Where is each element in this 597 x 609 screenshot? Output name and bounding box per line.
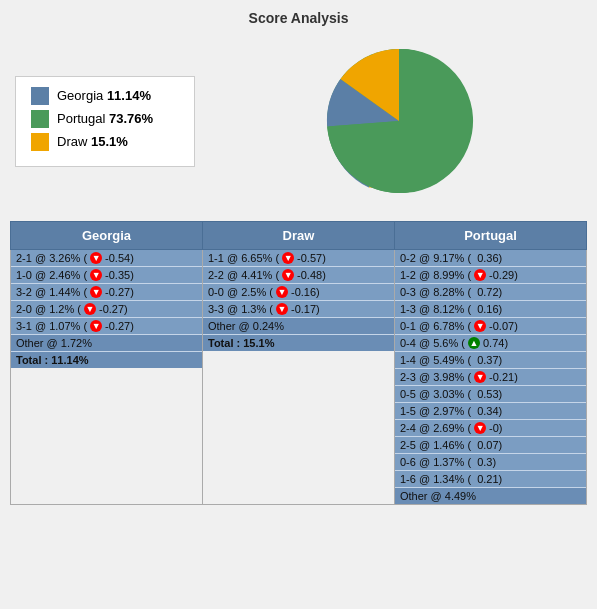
- georgia-row-4: 2-0 @ 1.2% (▼ -0.27): [11, 301, 202, 318]
- georgia-row-5: 3-1 @ 1.07% (▼ -0.27): [11, 318, 202, 335]
- portugal-row-13: 0-6 @ 1.37% ( 0.3): [395, 454, 586, 471]
- portugal-column: 0-2 @ 9.17% ( 0.36) 1-2 @ 8.99% (▼ -0.29…: [395, 250, 587, 505]
- portugal-row-14: 1-6 @ 1.34% ( 0.21): [395, 471, 586, 488]
- georgia-row-2: 1-0 @ 2.46% (▼ -0.35): [11, 267, 202, 284]
- georgia-total: Total : 11.14%: [11, 352, 202, 368]
- main-table: Georgia Draw Portugal 2-1 @ 3.26% (▼ -0.…: [10, 221, 587, 505]
- page-title: Score Analysis: [10, 10, 587, 26]
- top-section: Georgia 11.14% Portugal 73.76% Draw 15.1…: [10, 36, 587, 206]
- badge-red: ▼: [282, 269, 294, 281]
- badge-red: ▼: [474, 422, 486, 434]
- legend-color-georgia: [31, 87, 49, 105]
- draw-row-4: 3-3 @ 1.3% (▼ -0.17): [203, 301, 394, 318]
- badge-green: ▲: [468, 337, 480, 349]
- badge-red: ▼: [276, 303, 288, 315]
- badge-red: ▼: [90, 320, 102, 332]
- header-portugal: Portugal: [395, 222, 587, 250]
- badge-red: ▼: [90, 252, 102, 264]
- portugal-other: Other @ 4.49%: [395, 488, 586, 504]
- georgia-column: 2-1 @ 3.26% (▼ -0.54) 1-0 @ 2.46% (▼ -0.…: [11, 250, 203, 505]
- georgia-row-3: 3-2 @ 1.44% (▼ -0.27): [11, 284, 202, 301]
- draw-other: Other @ 0.24%: [203, 318, 394, 335]
- badge-red: ▼: [90, 269, 102, 281]
- portugal-row-5: 0-1 @ 6.78% (▼ -0.07): [395, 318, 586, 335]
- badge-red: ▼: [474, 320, 486, 332]
- draw-column: 1-1 @ 6.65% (▼ -0.57) 2-2 @ 4.41% (▼ -0.…: [203, 250, 395, 505]
- legend-box: Georgia 11.14% Portugal 73.76% Draw 15.1…: [15, 76, 195, 167]
- portugal-row-1: 0-2 @ 9.17% ( 0.36): [395, 250, 586, 267]
- legend-color-portugal: [31, 110, 49, 128]
- portugal-row-7: 1-4 @ 5.49% ( 0.37): [395, 352, 586, 369]
- badge-red: ▼: [282, 252, 294, 264]
- draw-total: Total : 15.1%: [203, 335, 394, 351]
- legend-label-draw: Draw 15.1%: [57, 134, 128, 149]
- draw-row-2: 2-2 @ 4.41% (▼ -0.48): [203, 267, 394, 284]
- portugal-row-12: 2-5 @ 1.46% ( 0.07): [395, 437, 586, 454]
- pie-chart: [319, 41, 479, 201]
- page-container: Score Analysis Georgia 11.14% Portugal 7…: [0, 0, 597, 515]
- legend-label-georgia: Georgia 11.14%: [57, 88, 151, 103]
- legend-item-draw: Draw 15.1%: [31, 133, 179, 151]
- draw-row-3: 0-0 @ 2.5% (▼ -0.16): [203, 284, 394, 301]
- legend-item-portugal: Portugal 73.76%: [31, 110, 179, 128]
- portugal-row-9: 0-5 @ 3.03% ( 0.53): [395, 386, 586, 403]
- pie-container: [215, 41, 582, 201]
- legend-color-draw: [31, 133, 49, 151]
- header-draw: Draw: [203, 222, 395, 250]
- portugal-row-10: 1-5 @ 2.97% ( 0.34): [395, 403, 586, 420]
- portugal-row-3: 0-3 @ 8.28% ( 0.72): [395, 284, 586, 301]
- header-georgia: Georgia: [11, 222, 203, 250]
- badge-red: ▼: [276, 286, 288, 298]
- badge-red: ▼: [474, 371, 486, 383]
- portugal-row-8: 2-3 @ 3.98% (▼ -0.21): [395, 369, 586, 386]
- georgia-row-1: 2-1 @ 3.26% (▼ -0.54): [11, 250, 202, 267]
- portugal-row-2: 1-2 @ 8.99% (▼ -0.29): [395, 267, 586, 284]
- draw-row-1: 1-1 @ 6.65% (▼ -0.57): [203, 250, 394, 267]
- portugal-row-4: 1-3 @ 8.12% ( 0.16): [395, 301, 586, 318]
- legend-label-portugal: Portugal 73.76%: [57, 111, 153, 126]
- portugal-row-11: 2-4 @ 2.69% (▼ -0): [395, 420, 586, 437]
- legend-item-georgia: Georgia 11.14%: [31, 87, 179, 105]
- badge-red: ▼: [90, 286, 102, 298]
- badge-red: ▼: [84, 303, 96, 315]
- portugal-row-6: 0-4 @ 5.6% (▲ 0.74): [395, 335, 586, 352]
- georgia-other: Other @ 1.72%: [11, 335, 202, 352]
- badge-red: ▼: [474, 269, 486, 281]
